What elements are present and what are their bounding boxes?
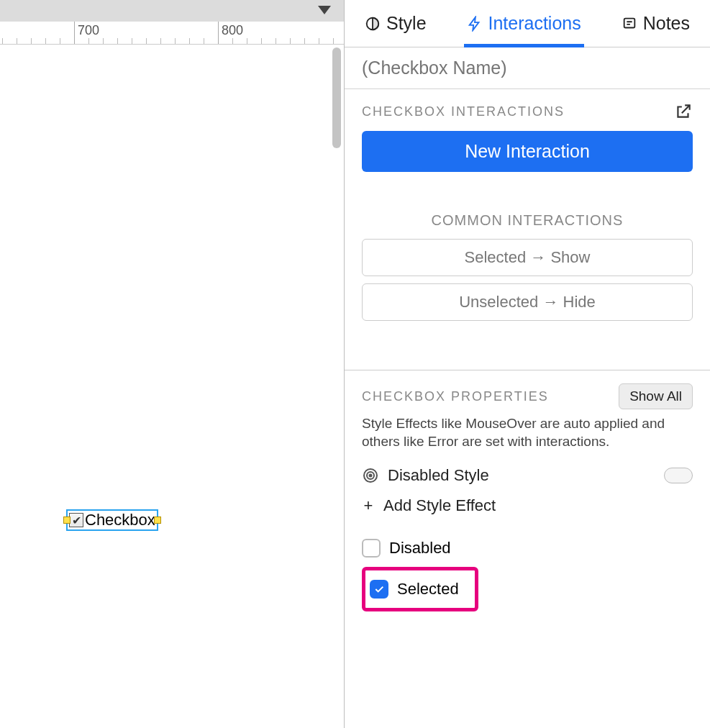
selected-checkbox[interactable]: [370, 580, 388, 599]
common-interactions-title: COMMON INTERACTIONS: [362, 212, 693, 229]
interactions-section: CHECKBOX INTERACTIONS New Interaction CO…: [345, 89, 710, 370]
selected-label: Selected: [397, 580, 459, 599]
vertical-scrollbar-thumb[interactable]: [332, 47, 341, 148]
common-interaction-unselected-hide[interactable]: Unselected → Hide: [362, 283, 693, 321]
add-style-effect-label: Add Style Effect: [383, 496, 496, 515]
add-style-effect-row[interactable]: + Add Style Effect: [362, 491, 693, 521]
disabled-checkbox-row[interactable]: Disabled: [362, 534, 693, 563]
check-icon: [373, 583, 385, 595]
tab-label: Style: [386, 13, 427, 34]
target-icon: [362, 467, 379, 484]
popout-icon[interactable]: [674, 102, 693, 121]
lightning-icon: [467, 16, 483, 32]
disabled-style-toggle[interactable]: [664, 468, 693, 483]
plus-icon: +: [362, 496, 375, 515]
resize-handle-left[interactable]: [63, 517, 70, 524]
inspector-tabs: Style Interactions Notes: [345, 0, 710, 47]
disabled-label: Disabled: [389, 539, 451, 558]
ruler-mark: 800: [222, 23, 243, 38]
tab-interactions[interactable]: Interactions: [467, 0, 581, 47]
svg-point-4: [370, 475, 372, 477]
resize-handle-right[interactable]: [154, 517, 161, 524]
horizontal-ruler: 700 800: [0, 22, 344, 45]
tab-label: Notes: [643, 13, 690, 34]
inspector-panel: Style Interactions Notes CHECKBOX INTERA…: [344, 0, 710, 728]
properties-hint: Style Effects like MouseOver are auto ap…: [362, 415, 693, 450]
canvas-toolbar: [0, 0, 344, 22]
tab-style[interactable]: Style: [365, 0, 427, 47]
properties-title: CHECKBOX PROPERTIES: [362, 389, 549, 404]
show-all-button[interactable]: Show All: [619, 383, 693, 409]
common-interaction-selected-show[interactable]: Selected → Show: [362, 239, 693, 276]
new-interaction-button[interactable]: New Interaction: [362, 131, 693, 172]
selected-checkbox-row[interactable]: Selected: [370, 575, 459, 604]
svg-rect-1: [624, 18, 634, 27]
section-title: CHECKBOX INTERACTIONS: [362, 104, 565, 119]
style-icon: [365, 16, 381, 32]
tab-notes[interactable]: Notes: [622, 0, 690, 47]
disabled-style-label: Disabled Style: [388, 466, 489, 485]
ruler-mark: 700: [78, 23, 99, 38]
widget-name-section: [345, 47, 710, 89]
selected-highlight: Selected: [362, 567, 478, 611]
disabled-checkbox[interactable]: [362, 539, 381, 558]
canvas-checkbox-widget[interactable]: ✔ Checkbox: [66, 509, 158, 531]
tab-label: Interactions: [488, 13, 581, 34]
widget-label: Checkbox: [85, 511, 155, 529]
canvas-area[interactable]: 700 800 ✔ Checkbox: [0, 0, 344, 728]
checkbox-icon: ✔: [69, 513, 83, 527]
notes-icon: [622, 16, 637, 32]
widget-name-input[interactable]: [362, 58, 693, 78]
disabled-style-row[interactable]: Disabled Style: [362, 460, 693, 491]
toolbar-dropdown-icon[interactable]: [318, 6, 331, 14]
properties-section: CHECKBOX PROPERTIES Show All Style Effec…: [345, 370, 710, 624]
